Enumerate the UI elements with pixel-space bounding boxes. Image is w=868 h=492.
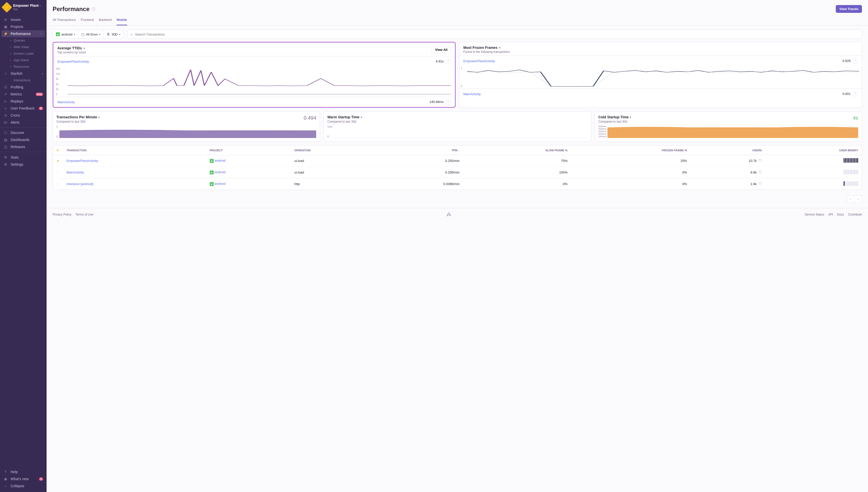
frozen-cell: 0%	[571, 167, 691, 178]
view-trends-button[interactable]: View Trends	[836, 5, 862, 13]
panel-row-mainactivity: MainActivity 145.68ms˅	[53, 97, 455, 107]
user-icon: ⛉	[759, 170, 762, 174]
col-project[interactable]: Project	[206, 146, 291, 155]
transaction-link[interactable]: MainActivity	[57, 100, 75, 104]
users-cell: 8.8k ⛉	[691, 167, 766, 178]
nav-screen-loads[interactable]: Screen Loads	[0, 50, 47, 57]
view-all-button[interactable]: View All	[432, 46, 451, 53]
col-users[interactable]: Users	[691, 146, 766, 155]
transaction-link[interactable]: EmpowerPlantActivity	[67, 159, 98, 163]
star-icon[interactable]: ★	[56, 149, 59, 152]
chevron-down-icon: ▾	[98, 116, 100, 119]
col-user-misery[interactable]: User Misery	[765, 146, 862, 155]
chevron-down-icon: ▾	[99, 33, 100, 36]
collapse-button[interactable]: ˄	[853, 58, 858, 64]
card-average-ttids: Average TTIDs▾ Top screens by count View…	[53, 42, 456, 108]
user-icon: ⛉	[759, 182, 762, 186]
card-title[interactable]: Warm Startup Time▾	[327, 115, 362, 119]
nav-profiling[interactable]: ☵Profiling	[0, 83, 47, 91]
android-icon: ▲	[210, 170, 214, 174]
nav-starfish[interactable]: ☆Starfish▾	[0, 70, 47, 77]
project-link[interactable]: android	[214, 182, 225, 186]
org-switcher[interactable]: ⚡ Empower Plant ▾ Nar	[0, 0, 47, 15]
tab-frontend[interactable]: Frontend	[81, 15, 94, 25]
tab-all-transactions[interactable]: All Transactions	[53, 15, 76, 25]
nav-app-starts[interactable]: App Starts	[0, 57, 47, 64]
card-title[interactable]: Average TTIDs▾	[57, 46, 86, 50]
col-tpm[interactable]: TPM ↓	[377, 146, 463, 155]
col-frozen-frame[interactable]: Frozen Frame %	[571, 146, 691, 155]
docs-link[interactable]: Docs	[837, 213, 844, 216]
transaction-link[interactable]: EmpowerPlantActivity	[57, 60, 89, 64]
star-icon[interactable]: ☆	[56, 170, 59, 174]
transaction-link[interactable]: EmpowerPlantActivity	[463, 59, 495, 63]
project-link[interactable]: android	[214, 170, 225, 174]
ttid-chart: 15s12s9s6s3s0	[53, 67, 455, 97]
card-title[interactable]: Transactions Per Minute▾	[56, 115, 100, 119]
nav-projects[interactable]: ▣Projects	[0, 23, 47, 30]
transaction-link[interactable]: MainActivity	[67, 170, 84, 174]
card-subtitle: Found in the following transactions	[463, 50, 510, 54]
nav-whats-new[interactable]: ◉What's new5	[0, 475, 47, 483]
info-icon[interactable]: ?	[92, 7, 95, 11]
nav-stats[interactable]: ⧉Stats	[0, 154, 47, 161]
nav-user-feedback[interactable]: ☺User FeedbackB	[0, 105, 47, 112]
chevron-left-icon: ‹	[3, 484, 7, 488]
env-filter[interactable]: ▢All Envs▾	[78, 30, 104, 38]
card-subtitle: Compared to last 30d	[56, 120, 100, 123]
expand-button[interactable]: ˅	[446, 99, 451, 104]
tab-backend[interactable]: Backend	[99, 15, 112, 25]
search-box[interactable]: ⌕	[127, 30, 862, 39]
operation-cell: ui.load	[291, 155, 377, 167]
star-icon[interactable]: ★	[56, 159, 59, 163]
terms-link[interactable]: Terms of Use	[76, 213, 94, 216]
expand-button[interactable]: ˅	[853, 91, 858, 96]
org-logo: ⚡	[1, 2, 12, 13]
project-link[interactable]: android	[214, 158, 225, 163]
nav-metrics[interactable]: ↗Metricsbeta	[0, 91, 47, 98]
card-title[interactable]: Cold Startup Time▾	[598, 115, 631, 119]
contribute-link[interactable]: Contribute	[848, 213, 862, 216]
period-filter[interactable]: 🗓30D▾	[104, 30, 123, 38]
star-icon[interactable]: ☆	[56, 182, 59, 186]
transaction-link[interactable]: checkout [android]	[67, 182, 93, 186]
slow-cell: 0%	[463, 178, 571, 190]
nav-replays[interactable]: ▷Replays	[0, 98, 47, 105]
nav-resources[interactable]: Resources	[0, 64, 47, 70]
nav-dashboards[interactable]: ▤Dashboards	[0, 136, 47, 143]
nav-crons[interactable]: ◷Crons	[0, 112, 47, 119]
privacy-link[interactable]: Privacy Policy	[53, 213, 72, 216]
next-page-button[interactable]: ›	[854, 195, 862, 203]
beta-badge: B	[39, 107, 43, 110]
project-filter[interactable]: ▲android▾	[53, 30, 78, 38]
collapse-button[interactable]: ˄	[446, 59, 451, 64]
nav-web-vitals[interactable]: Web Vitals	[0, 44, 47, 50]
panel-row-mainactivity: MainActivity 0.001˅	[459, 89, 862, 99]
nav-collapse[interactable]: ‹Collapse	[0, 483, 47, 490]
android-icon: ▲	[210, 159, 214, 163]
tab-mobile[interactable]: Mobile	[117, 15, 127, 25]
col-transaction[interactable]: Transaction	[63, 146, 206, 155]
nav-releases[interactable]: ◫Releases	[0, 143, 47, 150]
col-operation[interactable]: Operation	[291, 146, 377, 155]
nav-alerts[interactable]: 🜲Alerts	[0, 119, 47, 126]
nav-queries[interactable]: Queries	[0, 37, 47, 44]
nav-issues[interactable]: ⊘Issues	[0, 16, 47, 23]
card-title[interactable]: Most Frozen Frames▾	[463, 46, 510, 50]
search-input[interactable]	[135, 32, 859, 36]
nav-interactions[interactable]: Interactions	[0, 77, 47, 83]
nav-settings[interactable]: ⚙Settings	[0, 161, 47, 168]
frozen-cell: 25%	[571, 155, 691, 167]
col-slow-frame[interactable]: Slow Frame %	[463, 146, 571, 155]
prev-page-button[interactable]: ‹	[847, 195, 854, 203]
transaction-tabs: All Transactions Frontend Backend Mobile	[47, 15, 868, 26]
service-status-link[interactable]: Service Status	[805, 213, 824, 216]
nav-discover[interactable]: ⬡Discover	[0, 129, 47, 136]
api-link[interactable]: API	[828, 213, 833, 216]
table-row: ☆MainActivity▲ androidui.load0.206/min10…	[53, 167, 862, 178]
chevron-down-icon: ▾	[40, 4, 41, 7]
nav-help[interactable]: ?Help	[0, 468, 47, 475]
operation-cell: ui.load	[291, 167, 377, 178]
nav-performance[interactable]: ⚡Performance▾	[1, 30, 45, 37]
transaction-link[interactable]: MainActivity	[463, 92, 481, 96]
